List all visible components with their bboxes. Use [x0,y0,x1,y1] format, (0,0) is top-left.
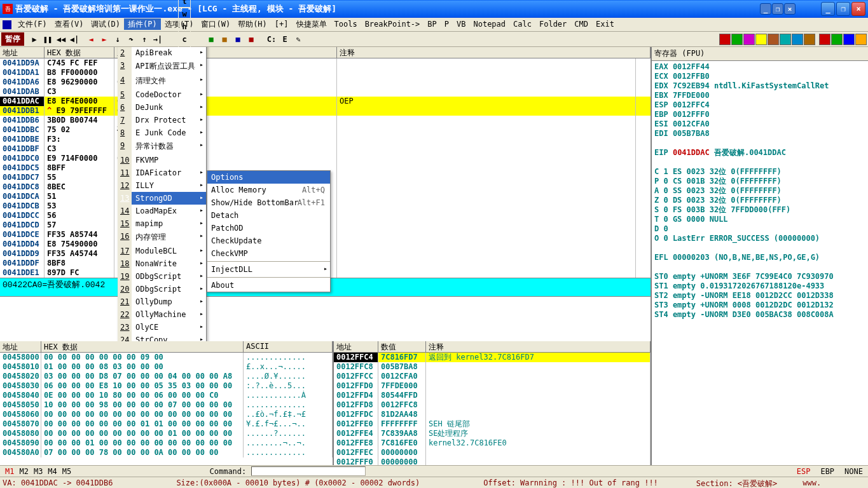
submenu-item[interactable]: Alloc MemoryAlt+Q [207,184,330,196]
stepout-icon[interactable]: ↑ [138,33,151,46]
register-line[interactable]: EIP 0041DDAC 吾爱破解.0041DDAC [654,148,865,158]
disasm-row[interactable]: 0041DD9AC745 FC FEFss:[ebp-0x4],-0x2 [0,58,651,68]
menu-item-7[interactable]: [+] [271,18,293,30]
dump-hdr-ascii[interactable]: ASCII [244,341,333,352]
plugin-menu-item[interactable]: 13StrongOD▸ [132,192,206,205]
tb-edit-icon[interactable]: E [279,33,291,46]
register-line[interactable]: EAX 0012FF44 [654,62,865,72]
dump-row[interactable]: 0045808000 00 00 00 00 00 00 00 00 01 00… [0,429,333,438]
col2-1[interactable] [819,34,830,45]
register-line[interactable]: ESP 0012FFC4 [654,100,865,110]
tb-letter-c[interactable]: c [178,33,191,46]
tb-letter-w[interactable]: w [178,8,191,20]
dump-row[interactable]: 004580400E 00 00 00 10 80 00 00 06 00 00… [0,391,333,400]
menu-item-17[interactable]: CMD [570,18,592,30]
stack-row[interactable]: 0012FFCC0012CFA0 [334,372,651,381]
menu-item-18[interactable]: Exit [592,18,618,30]
col2-2[interactable] [831,34,843,45]
stack-hdr-val[interactable]: 数值 [378,341,426,352]
stepin-icon[interactable]: ↓ [111,33,124,46]
plugin-menu-item[interactable]: 5CodeDoctor▸ [132,88,206,101]
dump-hdr-hex[interactable]: HEX 数据 [41,341,244,352]
disasm-row[interactable]: 0041DDABC3 [0,87,651,97]
plugin-menu-item[interactable]: 3API断点设置工具▸ [132,59,206,74]
plugin-menu-item[interactable]: 2ApiBreak▸ [132,47,206,59]
menu-item-9[interactable]: Tools [331,18,361,30]
tb-pencil-icon[interactable]: ✎ [292,33,305,46]
disasm-row[interactable]: 0041DDBC75 02破解.0041DDC0 [0,125,651,135]
disasm-row[interactable]: 0041DDC0E9 714F00000422D36 [0,154,651,163]
col2-4[interactable] [855,34,867,45]
menu-item-11[interactable]: BP [424,18,440,30]
disasm-row[interactable]: 0041DDACE8 EF4E000000422CA0OEP [0,97,651,106]
tb-icon-1[interactable]: ■ [205,33,217,46]
registers-panel[interactable]: 寄存器 (FPU) EAX 0012FF44ECX 0012FFB0EDX 7C… [652,47,868,465]
tb-icon-3[interactable]: ■ [231,33,244,46]
stack-row[interactable]: 0012FFF000000000 [334,458,651,465]
plugin-menu-item[interactable]: 18NonaWrite▸ [132,257,206,270]
submenu-item[interactable]: Options [207,171,330,184]
register-line[interactable] [654,158,865,167]
tb-letter-h[interactable]: h [178,20,191,33]
stack-row[interactable]: 0012FFD80012FFC8 [334,400,651,410]
hex-dump-panel[interactable]: 地址 HEX 数据 ASCII 0045800000 00 00 00 00 0… [0,341,334,465]
stack-panel[interactable]: 地址 数值 注释 0012FFC47C816FD7返回到 kernel32.7C… [334,341,651,465]
plugin-menu-item[interactable]: 12ILLY▸ [132,179,206,192]
menu-item-16[interactable]: Folder [535,18,570,30]
register-line[interactable]: P 0 CS 001B 32位 0(FFFFFFFF) [654,177,865,186]
register-line[interactable] [654,262,865,272]
plugin-menu-item[interactable]: 19ODbgScript▸ [132,270,206,283]
register-line[interactable]: ECX 0012FFB0 [654,72,865,81]
disasm-row[interactable]: 0041DDBEF3: [0,135,651,144]
sb-esp[interactable]: ESP [794,467,813,476]
menu-item-1[interactable]: 查看(V) [51,18,88,30]
dump-row[interactable]: 0045802003 00 00 00 D8 07 00 00 00 04 00… [0,372,333,381]
register-line[interactable]: T 0 GS 0000 NULL [654,215,865,224]
submenu-item[interactable]: PatchOD [207,222,330,234]
stack-row[interactable]: 0012FFD07FFDE000 [334,381,651,391]
plugin-menu-item[interactable]: 9异常计数器▸ [132,139,206,154]
mdi-restore-button[interactable]: ❐ [772,3,783,15]
plugin-menu-item[interactable]: 10FKVMP [132,154,206,166]
stack-row[interactable]: 0012FFC8005B7BA8 [334,362,651,372]
register-line[interactable] [654,243,865,253]
register-line[interactable]: ST3 empty +UNORM 0008 0012D2DC 0012D132 [654,301,865,310]
color-teal[interactable] [780,34,791,45]
tb-rewind-button[interactable]: ◀| [68,33,81,46]
tb-letter-t[interactable]: t [178,0,191,8]
col2-3[interactable] [843,34,855,45]
disasm-row[interactable]: 0041DDB63B0D B00744ptr ds:[0x4407B0] [0,116,651,125]
color-yellow[interactable] [755,34,767,45]
plugin-menu-item[interactable]: 15mapimp▸ [132,217,206,230]
back-icon[interactable]: ◄ [85,33,97,46]
submenu-item[interactable]: Detach [207,209,330,222]
menu-item-10[interactable]: BreakPoint-> [361,18,424,30]
sb-none[interactable]: NONE [842,467,865,476]
mdi-minimize-button[interactable]: _ [760,3,771,15]
dump-row[interactable]: 0045800000 00 00 00 00 00 00 09 00......… [0,353,333,362]
color-green[interactable] [731,34,743,45]
status-marker[interactable]: M5 [60,467,74,476]
command-input[interactable] [251,466,366,476]
plugin-menu-item[interactable]: 8E Junk Code▸ [132,126,206,139]
register-line[interactable]: C 1 ES 0023 32位 0(FFFFFFFF) [654,167,865,177]
forward-icon[interactable]: ► [98,33,111,46]
submenu-item[interactable]: CheckUpdate [207,234,330,247]
plugin-menu-item[interactable]: 16内存管理▸ [132,230,206,245]
disasm-row[interactable]: 0041DDB1^ E9 79FEFFFF041DC2F [0,106,651,116]
plugin-menu-item[interactable]: 6DeJunk▸ [132,101,206,114]
register-line[interactable]: EBP 0012FFF0 [654,110,865,119]
disasm-row[interactable]: 0041DDBFC3 [0,144,651,154]
dump-row[interactable]: 0045806000 00 00 00 00 00 00 00 00 00 00… [0,410,333,419]
disasm-row[interactable]: 0041DDA6E8 9629000000420741 [0,78,651,87]
disasm-hdr-comment[interactable]: 注释 [337,47,651,58]
stack-hdr-addr[interactable]: 地址 [334,341,378,352]
disasm-hdr-hex[interactable]: HEX 数据 [45,47,114,58]
register-line[interactable]: ST4 empty -UNORM D3E0 005BAC38 008C008A [654,310,865,320]
runto-icon[interactable]: →| [151,33,164,46]
color-brown[interactable] [768,34,779,45]
tb-cmd-icon[interactable]: C: [265,33,278,46]
status-marker[interactable]: M3 [31,467,45,476]
status-marker[interactable]: M1 [3,467,17,476]
stack-row[interactable]: 0012FFC47C816FD7返回到 kernel32.7C816FD7 [334,353,651,362]
